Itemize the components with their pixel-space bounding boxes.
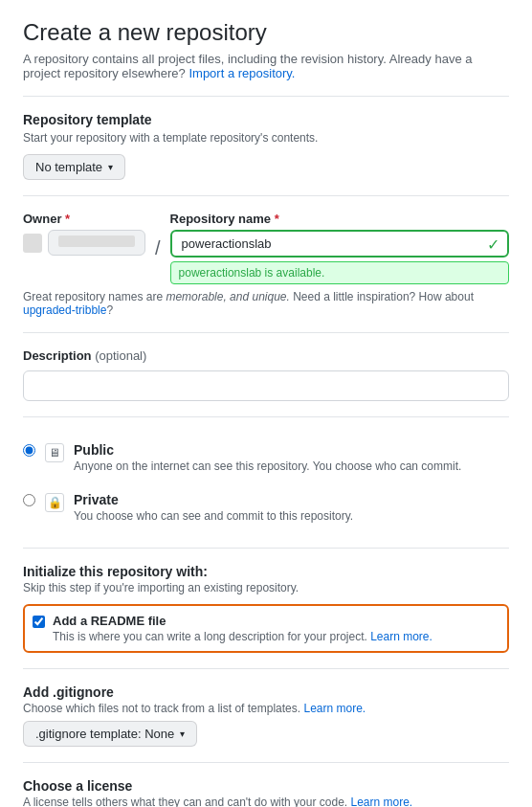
gitignore-desc: Choose which files not to track from a l… xyxy=(23,702,509,715)
import-link[interactable]: Import a repository. xyxy=(188,66,295,80)
license-title: Choose a license xyxy=(23,778,509,794)
page-title: Create a new repository xyxy=(23,19,509,46)
template-value: No template xyxy=(35,160,102,174)
chevron-down-icon: ▾ xyxy=(108,162,113,172)
gitignore-title: Add .gitignore xyxy=(23,684,509,700)
readme-title: Add a README file xyxy=(53,614,432,628)
page-subtitle: A repository contains all project files,… xyxy=(23,52,509,80)
public-title: Public xyxy=(74,442,461,458)
license-learn-more-link[interactable]: Learn more. xyxy=(351,796,413,807)
lock-icon: 🔒 xyxy=(45,493,64,512)
gitignore-dropdown[interactable]: .gitignore template: None ▾ xyxy=(23,721,197,747)
repo-name-label: Repository name * xyxy=(170,212,509,226)
visibility-public: 🖥 Public Anyone on the internet can see … xyxy=(23,433,509,482)
template-dropdown[interactable]: No template ▾ xyxy=(23,154,125,180)
public-radio[interactable] xyxy=(23,444,35,457)
initialize-desc: Skip this step if you're importing an ex… xyxy=(23,581,509,594)
readme-checkbox-item: Add a README file This is where you can … xyxy=(23,604,509,653)
slash-separator: / xyxy=(153,237,163,259)
check-icon: ✓ xyxy=(487,235,499,253)
repo-name-box: Repository name * ✓ poweractionslab is a… xyxy=(170,212,509,284)
chevron-down-icon: ▾ xyxy=(180,729,185,739)
gitignore-value: .gitignore template: None xyxy=(35,727,174,741)
initialize-title: Initialize this repository with: xyxy=(23,564,509,579)
owner-box: Owner * xyxy=(23,212,145,256)
avatar xyxy=(23,234,42,253)
gitignore-learn-more-link[interactable]: Learn more. xyxy=(303,702,366,715)
owner-name xyxy=(48,230,145,256)
readme-learn-more-link[interactable]: Learn more. xyxy=(370,630,432,643)
template-section: Repository template Start your repositor… xyxy=(23,112,509,180)
gitignore-section: Add .gitignore Choose which files not to… xyxy=(23,684,509,747)
description-optional: (optional) xyxy=(95,348,146,363)
private-title: Private xyxy=(74,492,353,507)
suggestion-link[interactable]: upgraded-tribble xyxy=(23,303,106,317)
private-content: Private You choose who can see and commi… xyxy=(74,492,353,523)
description-section: Description (optional) xyxy=(23,348,509,401)
private-desc: You choose who can see and commit to thi… xyxy=(74,509,353,523)
template-label: Repository template xyxy=(23,112,509,127)
visibility-section: 🖥 Public Anyone on the internet can see … xyxy=(23,433,509,532)
owner-repo-row: Owner * / Repository name * ✓ poweractio… xyxy=(23,212,509,284)
availability-message: poweractionslab is available. xyxy=(170,261,509,284)
template-desc: Start your repository with a template re… xyxy=(23,131,509,145)
public-desc: Anyone on the internet can see this repo… xyxy=(74,460,461,473)
license-section: Choose a license A license tells others … xyxy=(23,778,509,807)
initialize-section: Initialize this repository with: Skip th… xyxy=(23,564,509,653)
readme-checkbox[interactable] xyxy=(33,616,45,628)
owner-label: Owner * xyxy=(23,212,145,226)
owner-required: * xyxy=(65,212,70,226)
description-label: Description (optional) xyxy=(23,348,509,363)
public-content: Public Anyone on the internet can see th… xyxy=(74,442,461,473)
repo-name-required: * xyxy=(275,212,279,226)
readme-desc: This is where you can write a long descr… xyxy=(53,630,432,643)
globe-icon: 🖥 xyxy=(45,443,64,462)
repo-hint: Great repository names are memorable, an… xyxy=(23,290,509,317)
owner-input-row xyxy=(23,230,145,256)
repo-name-input[interactable] xyxy=(172,232,507,256)
description-input[interactable] xyxy=(23,370,509,401)
private-radio[interactable] xyxy=(23,494,35,506)
repo-name-input-wrapper: ✓ xyxy=(170,230,509,258)
license-desc: A license tells others what they can and… xyxy=(23,796,509,807)
visibility-private: 🔒 Private You choose who can see and com… xyxy=(23,482,509,532)
readme-content: Add a README file This is where you can … xyxy=(53,614,432,643)
